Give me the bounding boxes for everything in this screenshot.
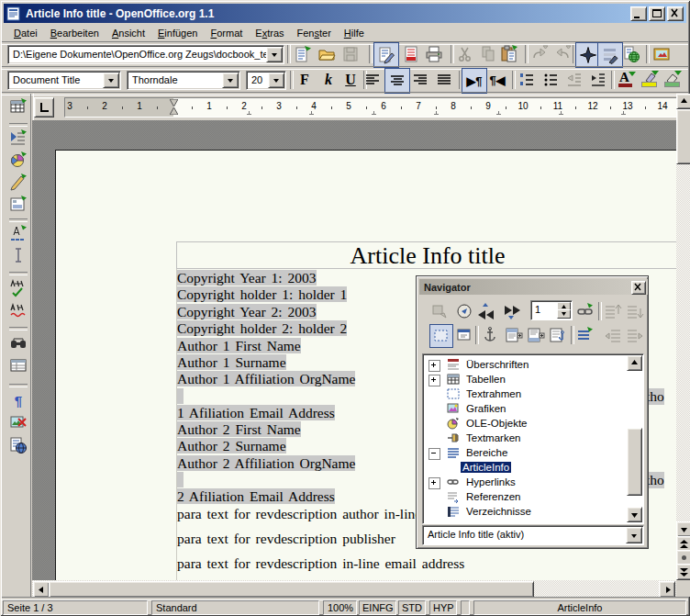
- data-sources-button[interactable]: [7, 354, 29, 376]
- nonprinting-characters-button[interactable]: ¶: [7, 389, 29, 411]
- form-functions-button[interactable]: [7, 193, 29, 215]
- cut-button[interactable]: [454, 43, 476, 65]
- status-insert-mode[interactable]: EINFG: [359, 600, 396, 615]
- horizontal-scrollbar[interactable]: [32, 580, 676, 597]
- tab-type-button[interactable]: [34, 97, 54, 118]
- nav-toggle-button[interactable]: [429, 300, 451, 322]
- doc-line[interactable]: para text for revdescription publisher: [177, 531, 395, 547]
- tree-item-hyperlinks[interactable]: Hyperlinks: [423, 476, 643, 490]
- draw-functions-button[interactable]: [7, 171, 29, 193]
- menu-bearbeiten[interactable]: Bearbeiten: [44, 26, 106, 40]
- find-replace-button[interactable]: [7, 332, 29, 354]
- footer-button[interactable]: [525, 324, 547, 346]
- tree-item-textmarken[interactable]: Textmarken: [423, 431, 643, 446]
- rtl-button[interactable]: ¶◀: [486, 69, 508, 91]
- doc-line[interactable]: Author 1 Surname: [177, 354, 286, 371]
- increase-indent-button[interactable]: [587, 69, 609, 91]
- doc-line[interactable]: Author 2 Affiliation OrgName: [177, 455, 355, 472]
- background-color-button[interactable]: [661, 69, 683, 91]
- empty-field-stub[interactable]: [177, 472, 184, 487]
- align-justify-button[interactable]: [433, 69, 455, 91]
- edit-file-button[interactable]: [373, 42, 399, 68]
- menu-hilfe[interactable]: Hilfe: [338, 26, 371, 40]
- scroll-right-button[interactable]: [659, 581, 675, 598]
- expand-icon[interactable]: [428, 477, 440, 489]
- scroll-down-button[interactable]: [676, 521, 690, 537]
- tree-item-grafiken[interactable]: Grafiken: [423, 402, 643, 417]
- align-right-button[interactable]: [409, 69, 431, 91]
- online-layout-button[interactable]: [7, 434, 29, 456]
- paragraph-style-combobox[interactable]: Document Title: [7, 71, 121, 90]
- paste-button[interactable]: [498, 43, 520, 65]
- font-name-combobox[interactable]: Thorndale: [127, 71, 240, 90]
- document-title-frame[interactable]: Article Info title: [176, 241, 676, 269]
- font-size-combobox[interactable]: 20: [246, 71, 286, 90]
- page-spinner[interactable]: 1: [530, 300, 573, 320]
- font-dropdown-button[interactable]: [222, 73, 239, 88]
- doc-line[interactable]: Copyright holder 2: holder 2: [177, 320, 347, 337]
- new-document-button[interactable]: [292, 43, 314, 65]
- promote-level-button[interactable]: [602, 324, 624, 346]
- doc-line[interactable]: Copyright Year 1: 2003: [177, 270, 317, 286]
- navigator-tree[interactable]: Überschriften Tabellen Textrahmen Grafik…: [422, 353, 644, 524]
- navigator-window[interactable]: Navigator 1 Überschrifte: [416, 275, 649, 549]
- header-button[interactable]: [503, 324, 525, 346]
- anchor-text-button[interactable]: [547, 324, 569, 346]
- ltr-button[interactable]: ▶¶: [462, 68, 487, 94]
- font-color-button[interactable]: A: [615, 69, 637, 91]
- paragraph-style-value[interactable]: Document Title: [13, 73, 104, 87]
- vertical-scroll-thumb[interactable]: [676, 109, 690, 164]
- demote-level-button[interactable]: [624, 324, 646, 346]
- minimize-button[interactable]: [630, 6, 647, 21]
- doc-line[interactable]: para text for revdescription in-line ema…: [177, 555, 464, 572]
- spellcheck-button[interactable]: [7, 277, 29, 299]
- insert-object-button[interactable]: [7, 149, 29, 171]
- drag-mode-button[interactable]: [429, 324, 453, 348]
- expand-icon[interactable]: [428, 360, 440, 372]
- graphics-onoff-button[interactable]: [7, 411, 29, 433]
- gallery-button[interactable]: [651, 43, 673, 65]
- copy-button[interactable]: [477, 43, 499, 65]
- doc-line[interactable]: Author 1 Affiliation OrgName: [177, 371, 355, 387]
- horizontal-ruler[interactable]: 3211234567891011121314: [64, 97, 677, 118]
- insert-section-button[interactable]: [7, 127, 29, 149]
- hyperlink-dialog-button[interactable]: [620, 43, 642, 65]
- menu-format[interactable]: Format: [204, 26, 249, 40]
- autotext-button[interactable]: [7, 222, 29, 244]
- tree-item-textrahmen[interactable]: Textrahmen: [423, 387, 643, 402]
- status-section[interactable]: ArticleInfo: [473, 600, 686, 615]
- show-subwindow-button[interactable]: [453, 324, 475, 346]
- stylist-toggle-button[interactable]: [597, 42, 623, 68]
- nav-navigation-button[interactable]: [453, 300, 475, 322]
- doc-line[interactable]: Author 1 First Name: [177, 338, 301, 354]
- doc-line[interactable]: Copyright Year 2: 2003: [177, 304, 317, 320]
- numbered-list-button[interactable]: [516, 69, 538, 91]
- undo-button[interactable]: [529, 43, 551, 65]
- status-page[interactable]: Seite 1 / 3: [3, 600, 148, 615]
- vertical-scrollbar[interactable]: [676, 94, 690, 578]
- listbox-toggle-button[interactable]: [574, 324, 596, 346]
- scroll-left-button[interactable]: [33, 581, 50, 598]
- italic-button[interactable]: k: [317, 69, 339, 91]
- decrease-indent-button[interactable]: [563, 69, 585, 91]
- url-combobox[interactable]: D:\Eigene Dokumente\OpenOffice.org Zeugs…: [7, 45, 284, 64]
- doc-line[interactable]: Author 2 First Name: [177, 421, 301, 438]
- tree-item-ole-objekte[interactable]: OLE-Objekte: [423, 417, 643, 431]
- tree-scroll-up-button[interactable]: [627, 355, 642, 371]
- tree-item-bereiche[interactable]: Bereiche: [423, 446, 643, 461]
- doc-line[interactable]: Author 2 Surname: [177, 438, 286, 454]
- doc-line[interactable]: para text for revdescription author in-l…: [177, 506, 421, 522]
- redo-button[interactable]: [551, 43, 573, 65]
- bullet-list-button[interactable]: [540, 69, 562, 91]
- open-button[interactable]: [316, 43, 338, 65]
- menu-ansicht[interactable]: Ansicht: [106, 26, 151, 40]
- page-spinner-value[interactable]: 1: [535, 304, 540, 315]
- doc-line[interactable]: 2 Afiliation Email Address: [177, 488, 335, 505]
- tree-item-verzeichnisse[interactable]: Verzeichnisse: [423, 505, 643, 520]
- tree-scroll-down-button[interactable]: [627, 507, 642, 522]
- save-button[interactable]: [339, 43, 362, 65]
- nav-hyperlink-button[interactable]: [574, 300, 596, 322]
- tree-item-tabellen[interactable]: Tabellen: [423, 373, 643, 387]
- collapse-icon[interactable]: [428, 448, 440, 460]
- font-size-value[interactable]: 20: [251, 73, 269, 87]
